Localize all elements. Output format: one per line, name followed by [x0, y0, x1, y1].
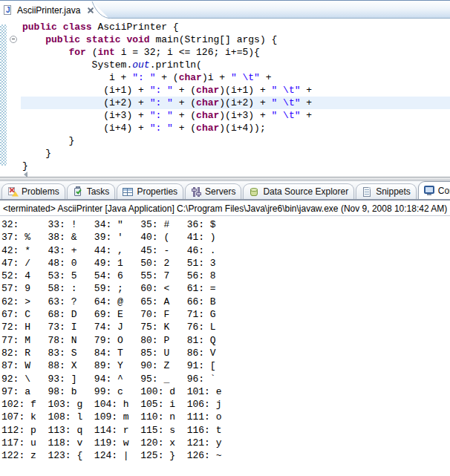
- code-text: i + ": " + (char)i + " \t" +: [21, 71, 272, 84]
- code-text: (i+1) + ": " + (char)(i+1) + " \t" +: [21, 84, 312, 97]
- tab-properties[interactable]: Properties: [117, 183, 183, 199]
- console-icon: [424, 185, 435, 196]
- range-indicator: [0, 25, 7, 166]
- tab-label: Tasks: [87, 186, 110, 197]
- dse-icon: [249, 186, 260, 198]
- tab-label: Snippets: [376, 186, 411, 197]
- code-text: (i+2) + ": " + (char)(i+2) + " \t" +: [21, 97, 450, 109]
- tab-label: Data Source Explorer: [263, 186, 348, 197]
- code-line[interactable]: (i+1) + ": " + (char)(i+1) + " \t" +: [0, 84, 450, 97]
- code-text: System.out.println(: [21, 59, 202, 71]
- tab-servers[interactable]: Servers: [185, 183, 241, 199]
- tab-tasks[interactable]: Tasks: [67, 183, 116, 199]
- problems-icon: [7, 186, 19, 198]
- tab-console[interactable]: Console: [418, 181, 450, 199]
- code-text: (i+3) + ": " + (char)(i+3) + " \t" +: [21, 109, 312, 122]
- java-file-icon: J: [3, 5, 14, 16]
- code-area: public class AsciiPrinter { public stati…: [0, 21, 450, 172]
- code-line[interactable]: (i+4) + ": " + (char)(i+4));: [0, 122, 450, 134]
- code-text: }: [21, 134, 74, 147]
- console-status-line: <terminated> AsciiPrinter [Java Applicat…: [0, 200, 450, 216]
- tab-label: Properties: [137, 186, 177, 197]
- code-line[interactable]: }: [0, 134, 450, 147]
- tab-label: Problems: [22, 186, 59, 197]
- code-text: (i+4) + ": " + (char)(i+4));: [21, 122, 266, 134]
- tab-label: Servers: [205, 186, 235, 197]
- java-file-icon-letter: J: [6, 6, 10, 14]
- code-line[interactable]: (i+3) + ": " + (char)(i+3) + " \t" +: [0, 109, 450, 122]
- code-text: public class AsciiPrinter {: [21, 21, 179, 33]
- tasks-icon: [73, 186, 84, 198]
- code-line[interactable]: (i+2) + ": " + (char)(i+2) + " \t" +: [0, 97, 450, 109]
- code-line[interactable]: System.out.println(: [0, 59, 450, 71]
- tab-problems[interactable]: Problems: [1, 183, 65, 199]
- snippets-icon: [362, 186, 373, 198]
- code-line[interactable]: for (int i = 32; i <= 126; i+=5){: [0, 46, 450, 59]
- code-editor[interactable]: public class AsciiPrinter { public stati…: [0, 19, 450, 177]
- code-line[interactable]: }: [0, 160, 450, 172]
- editor-tabbar: J AsciiPrinter.java: [0, 0, 450, 19]
- code-line[interactable]: public class AsciiPrinter {: [0, 21, 450, 33]
- code-line[interactable]: public static void main(String[] args) {: [0, 33, 450, 46]
- code-line[interactable]: }: [0, 147, 450, 160]
- editor-tab-title: AsciiPrinter.java: [17, 5, 80, 16]
- tab-snippets[interactable]: Snippets: [356, 183, 417, 199]
- fold-collapse-icon[interactable]: [10, 36, 17, 43]
- servers-icon: [191, 186, 202, 198]
- properties-icon: [123, 186, 134, 198]
- console-output[interactable]: 32: 33: ! 34: " 35: # 36: $ 37: % 38: & …: [0, 216, 450, 476]
- code-text: for (int i = 32; i <= 126; i+=5){: [21, 46, 260, 59]
- view-tabbar: ProblemsTasksPropertiesServersData Sourc…: [0, 181, 450, 200]
- eclipse-window: J AsciiPrinter.java public class AsciiPr…: [0, 0, 450, 476]
- code-text: public static void main(String[] args) {: [21, 33, 277, 46]
- tab-data-source-explorer[interactable]: Data Source Explorer: [243, 183, 354, 199]
- code-text: }: [21, 147, 51, 160]
- close-icon[interactable]: [86, 6, 95, 15]
- editor-tab-asciiprinter[interactable]: J AsciiPrinter.java: [0, 1, 111, 19]
- tab-label: Console: [438, 186, 450, 196]
- code-text: }: [21, 160, 28, 172]
- code-line[interactable]: i + ": " + (char)i + " \t" +: [0, 71, 450, 84]
